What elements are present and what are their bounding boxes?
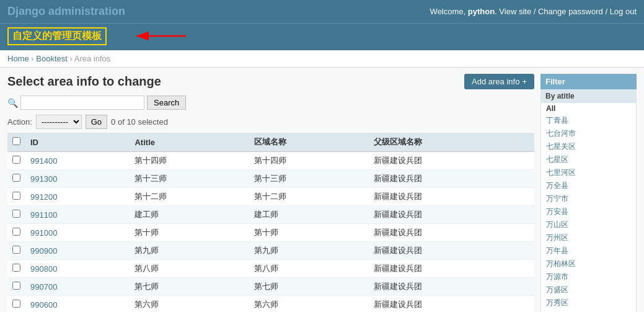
go-button-top[interactable]: Go xyxy=(86,115,107,129)
row-select-checkbox[interactable] xyxy=(12,156,20,164)
breadcrumb-home[interactable]: Home xyxy=(7,54,29,63)
action-bar-top: Action: ---------- Go 0 of 10 selected xyxy=(7,115,534,129)
row-id-link[interactable]: 990800 xyxy=(30,264,57,274)
breadcrumb-sep2: › xyxy=(69,54,74,63)
page-title-row: Select area info to change Add area info… xyxy=(7,74,534,89)
filter-item[interactable]: 万山区 xyxy=(541,218,636,231)
add-icon: + xyxy=(522,77,527,86)
row-select-checkbox[interactable] xyxy=(12,300,20,308)
row-id: 991200 xyxy=(25,188,130,206)
filter-section-title: By atitle xyxy=(540,89,637,103)
log-out-link[interactable]: Log out xyxy=(610,7,637,16)
row-area-name: 第十师 xyxy=(249,224,369,242)
row-id-link[interactable]: 991100 xyxy=(30,210,57,220)
row-parent-area: 新疆建设兵团 xyxy=(369,152,534,170)
row-area-name: 第十四师 xyxy=(249,152,369,170)
filter-item[interactable]: 万荣县 xyxy=(541,310,636,312)
table-header-row: ID Atitle 区域名称 父级区域名称 xyxy=(7,133,534,152)
row-id-link[interactable]: 990600 xyxy=(30,300,57,310)
search-bar: 🔍 Search xyxy=(7,96,534,110)
table-row: 990900 第九师 第九师 新疆建设兵团 xyxy=(7,242,534,260)
filter-item[interactable]: 七里河区 xyxy=(541,166,636,179)
filter-item[interactable]: 万宁市 xyxy=(541,192,636,205)
row-parent-area: 新疆建设兵团 xyxy=(369,170,534,188)
filter-item[interactable]: 七星区 xyxy=(541,153,636,166)
row-area-name: 第十二师 xyxy=(249,188,369,206)
table-row: 991400 第十四师 第十四师 新疆建设兵团 xyxy=(7,152,534,170)
row-parent-area: 新疆建设兵团 xyxy=(369,242,534,260)
main-panel: Select area info to change Add area info… xyxy=(7,74,534,312)
row-parent-area: 新疆建设兵团 xyxy=(369,224,534,242)
row-id: 991300 xyxy=(25,170,130,188)
row-id: 991400 xyxy=(25,152,130,170)
action-select[interactable]: ---------- xyxy=(36,115,82,129)
site-title[interactable]: Django administration xyxy=(7,5,125,18)
row-select-checkbox[interactable] xyxy=(12,174,20,182)
row-atitle: 第十二师 xyxy=(130,188,249,206)
action-label: Action: xyxy=(7,117,32,127)
row-id-link[interactable]: 990700 xyxy=(30,282,57,292)
table-row: 991300 第十三师 第十三师 新疆建设兵团 xyxy=(7,170,534,188)
filter-item[interactable]: 万安县 xyxy=(541,205,636,218)
filter-list: All丁青县七台河市七星关区七星区七里河区万全县万宁市万安县万山区万州区万年县万… xyxy=(540,103,637,312)
row-id-link[interactable]: 990900 xyxy=(30,246,57,256)
filter-item[interactable]: All xyxy=(541,103,636,114)
add-area-info-button[interactable]: Add area info + xyxy=(464,74,534,89)
row-id-link[interactable]: 991200 xyxy=(30,192,57,202)
row-select-checkbox[interactable] xyxy=(12,210,20,218)
custom-banner: 自定义的管理页模板 xyxy=(0,23,644,50)
row-parent-area: 新疆建设兵团 xyxy=(369,296,534,313)
row-select-checkbox[interactable] xyxy=(12,264,20,272)
search-input[interactable] xyxy=(20,96,144,110)
filter-item[interactable]: 丁青县 xyxy=(541,114,636,127)
filter-item[interactable]: 七台河市 xyxy=(541,127,636,140)
table-row: 991000 第十师 第十师 新疆建设兵团 xyxy=(7,224,534,242)
col-id: ID xyxy=(25,133,130,152)
breadcrumb-booktest[interactable]: Booktest xyxy=(36,54,68,63)
row-select-checkbox[interactable] xyxy=(12,228,20,236)
row-id: 990600 xyxy=(25,296,130,313)
row-id-link[interactable]: 991300 xyxy=(30,174,57,184)
row-atitle: 第六师 xyxy=(130,296,249,313)
arrow-indicator xyxy=(130,30,192,47)
col-area-name: 区域名称 xyxy=(249,133,369,152)
filter-item[interactable]: 万州区 xyxy=(541,231,636,244)
filter-item[interactable]: 万年县 xyxy=(541,244,636,257)
search-button[interactable]: Search xyxy=(147,96,186,110)
filter-item[interactable]: 万柏林区 xyxy=(541,257,636,270)
filter-header: Filter xyxy=(540,74,637,89)
change-password-link[interactable]: Change password xyxy=(538,7,603,16)
row-id-link[interactable]: 991000 xyxy=(30,228,57,238)
filter-item[interactable]: 万全县 xyxy=(541,179,636,192)
row-checkbox xyxy=(7,206,25,224)
row-atitle: 建工师 xyxy=(130,206,249,224)
filter-item[interactable]: 万源市 xyxy=(541,270,636,283)
row-atitle: 第八师 xyxy=(130,260,249,278)
filter-item[interactable]: 万盛区 xyxy=(541,283,636,296)
filter-item[interactable]: 七星关区 xyxy=(541,140,636,153)
table-row: 990800 第八师 第八师 新疆建设兵团 xyxy=(7,260,534,278)
view-site-link[interactable]: View site xyxy=(499,7,531,16)
row-id: 991100 xyxy=(25,206,130,224)
row-id: 990700 xyxy=(25,278,130,296)
search-icon: 🔍 xyxy=(7,98,18,108)
row-parent-area: 新疆建设兵团 xyxy=(369,188,534,206)
row-parent-area: 新疆建设兵团 xyxy=(369,206,534,224)
row-id-link[interactable]: 991400 xyxy=(30,156,57,166)
header-user-info: Welcome, python. View site / Change pass… xyxy=(430,7,637,16)
breadcrumb: Home › Booktest › Area infos xyxy=(0,50,644,68)
row-select-checkbox[interactable] xyxy=(12,192,20,200)
row-checkbox xyxy=(7,296,25,313)
row-select-checkbox[interactable] xyxy=(12,246,20,254)
col-parent-area: 父级区域名称 xyxy=(369,133,534,152)
filter-panel: Filter By atitle All丁青县七台河市七星关区七星区七里河区万全… xyxy=(540,74,637,312)
row-area-name: 第八师 xyxy=(249,260,369,278)
row-atitle: 第九师 xyxy=(130,242,249,260)
row-parent-area: 新疆建设兵团 xyxy=(369,260,534,278)
select-all-checkbox[interactable] xyxy=(12,137,20,145)
filter-item[interactable]: 万秀区 xyxy=(541,296,636,310)
row-area-name: 建工师 xyxy=(249,206,369,224)
row-checkbox xyxy=(7,242,25,260)
row-checkbox xyxy=(7,260,25,278)
row-select-checkbox[interactable] xyxy=(12,282,20,290)
